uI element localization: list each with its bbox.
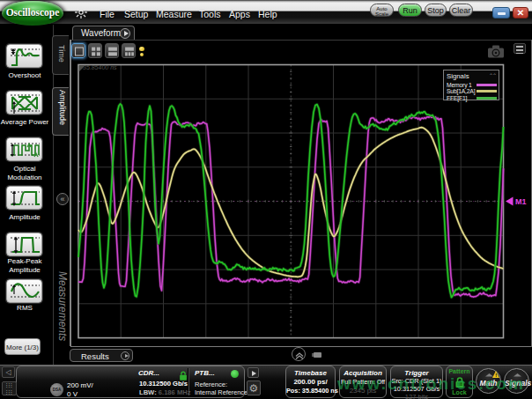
svg-text:M1: M1 — [515, 197, 527, 206]
